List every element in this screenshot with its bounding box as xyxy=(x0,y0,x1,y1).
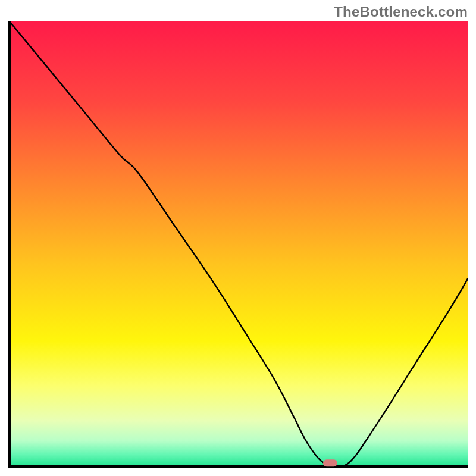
watermark-text: TheBottleneck.com xyxy=(334,4,468,20)
plot-area xyxy=(8,21,468,468)
chart-stage: TheBottleneck.com xyxy=(0,0,476,476)
highlight-pill xyxy=(323,459,337,466)
gradient-background xyxy=(10,21,468,465)
chart-svg xyxy=(8,21,468,468)
